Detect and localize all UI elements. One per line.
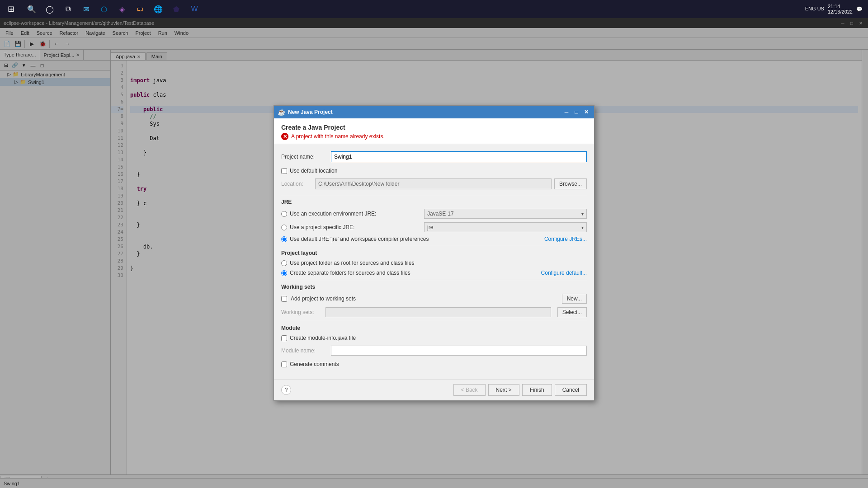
modal-overlay: ☕ New Java Project ─ □ ✕ Create a Java P…: [0, 18, 868, 488]
add-working-sets-label: Add project to working sets: [291, 296, 356, 302]
dialog-error-message: ✕ A project with this name already exist…: [281, 133, 587, 140]
project-name-label: Project name:: [281, 154, 331, 160]
taskbar-right: ENG US 21:1412/13/2022 💬: [805, 4, 868, 14]
layout-option-2-label: Create separate folders for sources and …: [290, 270, 538, 276]
jre-option-2-radio[interactable]: [281, 225, 287, 230]
divider-2: [281, 246, 587, 246]
add-working-sets-row: Add project to working sets New...: [281, 294, 587, 304]
working-sets-input[interactable]: [326, 307, 551, 317]
next-button[interactable]: Next >: [488, 384, 519, 396]
taskbar-task-view-icon[interactable]: ⧉: [60, 1, 76, 17]
taskbar-cortana-icon[interactable]: ◯: [42, 1, 58, 17]
layout-option-1-radio[interactable]: [281, 260, 287, 266]
divider-4: [281, 321, 587, 321]
taskbar-search-icon[interactable]: 🔍: [24, 1, 40, 17]
taskbar-mail-icon[interactable]: ✉: [78, 1, 94, 17]
layout-option-1-row: Use project folder as root for sources a…: [281, 260, 587, 266]
jre-specific-dropdown-value: jre: [427, 224, 433, 230]
use-default-location-label: Use default location: [290, 168, 337, 174]
module-name-label: Module name:: [281, 347, 331, 354]
layout-option-2-row: Create separate folders for sources and …: [281, 270, 587, 276]
generate-comments-checkbox[interactable]: [281, 361, 287, 367]
jre-section-title: JRE: [281, 199, 587, 205]
dialog-titlebar: ☕ New Java Project ─ □ ✕: [274, 106, 594, 118]
dialog-title-text: ☕ New Java Project: [278, 108, 562, 116]
jre-env-dropdown-value: JavaSE-17: [427, 211, 454, 217]
dialog-java-icon: ☕: [278, 108, 285, 116]
working-sets-input-row: Working sets: Select...: [281, 307, 587, 317]
location-input[interactable]: [315, 178, 552, 189]
working-sets-section-title: Working sets: [281, 284, 587, 290]
finish-button[interactable]: Finish: [522, 384, 552, 396]
taskbar-word-icon[interactable]: W: [186, 1, 203, 17]
new-java-project-dialog: ☕ New Java Project ─ □ ✕ Create a Java P…: [274, 105, 594, 401]
jre-option-2-label: Use a project specific JRE:: [290, 224, 421, 230]
dialog-minimize-btn[interactable]: ─: [562, 108, 571, 116]
add-working-sets-checkbox[interactable]: [281, 296, 287, 302]
jre-option-1-row: Use an execution environment JRE: JavaSE…: [281, 209, 587, 219]
error-text: A project with this name already exists.: [291, 133, 385, 140]
divider-1: [281, 195, 587, 195]
use-default-location-row: Use default location: [281, 168, 587, 174]
jre-specific-dropdown-arrow: ▾: [581, 225, 584, 230]
taskbar-dell-icon[interactable]: ⬡: [96, 1, 112, 17]
module-name-row: Module name:: [281, 346, 587, 356]
jre-option-1-radio[interactable]: [281, 211, 287, 217]
taskbar-notification-icon[interactable]: 💬: [856, 6, 863, 12]
jre-env-dropdown-arrow: ▾: [581, 211, 584, 216]
layout-option-1-label: Use project folder as root for sources a…: [290, 260, 587, 266]
jre-specific-dropdown[interactable]: jre ▾: [424, 222, 587, 232]
taskbar: ⊞ 🔍 ◯ ⧉ ✉ ⬡ ◈ 🗂 🌐 ⬟ W ENG US 21:1412/13/…: [0, 0, 868, 18]
configure-default-link[interactable]: Configure default...: [541, 270, 587, 276]
working-sets-select-button[interactable]: Select...: [557, 307, 587, 317]
create-module-info-row: Create module-info.java file: [281, 335, 587, 341]
module-name-input[interactable]: [331, 346, 587, 356]
module-section-title: Module: [281, 325, 587, 331]
help-button[interactable]: ?: [281, 385, 291, 395]
use-default-location-checkbox[interactable]: [281, 168, 287, 174]
taskbar-eclipse-icon[interactable]: ⬟: [168, 1, 184, 17]
jre-option-3-label: Use default JRE 'jre' and workspace comp…: [290, 236, 542, 242]
generate-comments-label: Generate comments: [290, 361, 339, 367]
back-button[interactable]: < Back: [453, 384, 486, 396]
divider-3: [281, 280, 587, 280]
dialog-body: Project name: Use default location Locat…: [274, 144, 594, 379]
error-icon: ✕: [281, 133, 288, 140]
dialog-footer: ? < Back Next > Finish Cancel: [274, 379, 594, 400]
project-name-row: Project name:: [281, 151, 587, 162]
configure-jres-link[interactable]: Configure JREs...: [544, 236, 587, 242]
dialog-titlebar-controls: ─ □ ✕: [562, 108, 590, 116]
project-name-input[interactable]: [331, 151, 587, 162]
taskbar-files-icon[interactable]: 🗂: [132, 1, 148, 17]
dialog-header-title: Create a Java Project: [281, 124, 587, 131]
taskbar-lang: ENG US: [805, 6, 824, 12]
location-row: Location: Browse...: [281, 178, 587, 189]
jre-option-1-label: Use an execution environment JRE:: [290, 211, 421, 217]
browse-button[interactable]: Browse...: [554, 178, 587, 189]
jre-env-dropdown[interactable]: JavaSE-17 ▾: [424, 209, 587, 219]
location-label: Location:: [281, 181, 315, 187]
taskbar-icons: 🔍 ◯ ⧉ ✉ ⬡ ◈ 🗂 🌐 ⬟ W: [22, 1, 204, 17]
layout-option-2-radio[interactable]: [281, 270, 287, 276]
jre-option-2-row: Use a project specific JRE: jre ▾: [281, 222, 587, 232]
jre-option-3-row: Use default JRE 'jre' and workspace comp…: [281, 236, 587, 242]
dialog-close-btn[interactable]: ✕: [582, 108, 590, 116]
taskbar-vs-icon[interactable]: ◈: [114, 1, 130, 17]
working-sets-label: Working sets:: [281, 309, 322, 315]
jre-option-3-radio[interactable]: [281, 236, 287, 242]
layout-section-title: Project layout: [281, 250, 587, 256]
dialog-header: Create a Java Project ✕ A project with t…: [274, 118, 594, 144]
generate-comments-row: Generate comments: [281, 361, 587, 367]
cancel-button[interactable]: Cancel: [555, 384, 587, 396]
start-button[interactable]: ⊞: [0, 0, 22, 18]
dialog-maximize-btn[interactable]: □: [572, 108, 580, 116]
taskbar-time: 21:1412/13/2022: [828, 4, 853, 14]
dialog-title-label: New Java Project: [288, 109, 333, 115]
create-module-info-label: Create module-info.java file: [290, 335, 356, 341]
create-module-info-checkbox[interactable]: [281, 335, 287, 341]
taskbar-edge-icon[interactable]: 🌐: [150, 1, 166, 17]
working-sets-new-button[interactable]: New...: [562, 294, 587, 304]
